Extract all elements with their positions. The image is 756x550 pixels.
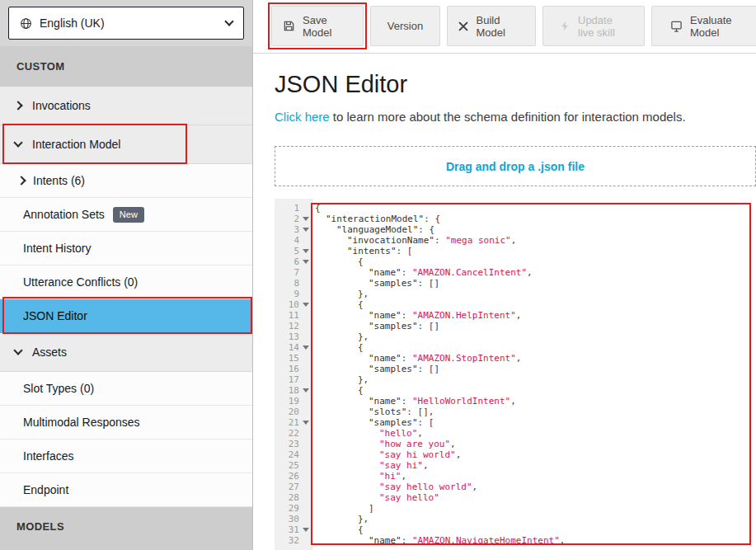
update-live-skill-button[interactable]: Update live skill xyxy=(542,6,645,46)
code-text: : xyxy=(401,535,412,546)
json-code-editor[interactable]: 1{2"interactionModel": {3"languageModel"… xyxy=(275,199,756,550)
line-number: 14 xyxy=(275,342,312,353)
sidebar-item-label: Endpoint xyxy=(23,483,68,496)
code-line: 12"samples": [] xyxy=(275,321,756,331)
globe-icon xyxy=(20,17,32,30)
sidebar-item-slot-types-0[interactable]: Slot Types (0) xyxy=(0,372,252,406)
fold-icon[interactable] xyxy=(303,303,309,307)
chevron-down-icon xyxy=(224,16,233,26)
code-line: 6{ xyxy=(275,256,756,267)
toolbar: Save ModelVersionBuild ModelUpdate live … xyxy=(253,0,756,54)
code-line: 22"hello", xyxy=(275,428,756,439)
line-number: 12 xyxy=(275,321,312,331)
sidebar-item-label: Invocations xyxy=(32,99,91,112)
line-number: 24 xyxy=(275,449,312,460)
button-label: Version xyxy=(387,20,423,32)
evaluate-icon xyxy=(670,20,683,32)
code-line: 4"invocationName": "mega sonic", xyxy=(275,235,756,246)
code-text: "name" xyxy=(369,353,401,364)
code-text: , xyxy=(456,449,462,460)
sidebar-item-invocations[interactable]: Invocations xyxy=(0,87,252,125)
chevron-down-icon xyxy=(13,346,22,355)
fold-icon[interactable] xyxy=(303,260,309,264)
code-string: "say hello world" xyxy=(379,482,472,492)
code-string: "hi" xyxy=(379,471,401,482)
line-number: 7 xyxy=(275,267,312,278)
code-text: , xyxy=(417,428,423,439)
button-label: Evaluate Model xyxy=(690,14,740,39)
sidebar-item-utterance-conflicts-0[interactable]: Utterance Conflicts (0) xyxy=(0,266,252,299)
code-text: : xyxy=(401,353,412,364)
save-icon xyxy=(283,20,295,32)
line-number: 11 xyxy=(275,310,312,321)
chevron-right-icon xyxy=(13,101,22,110)
code-line: 9}, xyxy=(275,289,756,299)
code-text: : [] xyxy=(418,321,440,331)
code-text: }, xyxy=(358,289,369,299)
fold-icon[interactable] xyxy=(303,528,309,532)
code-line: 26"hi", xyxy=(275,471,756,482)
line-number: 1 xyxy=(275,203,312,214)
new-badge: New xyxy=(113,207,144,223)
line-number: 31 xyxy=(275,524,312,535)
main-panel: Save ModelVersionBuild ModelUpdate live … xyxy=(253,0,756,550)
build-model-button[interactable]: Build Model xyxy=(447,6,536,46)
fold-icon[interactable] xyxy=(303,217,309,221)
code-text: "slots" xyxy=(369,407,406,417)
alexa-developer-console: English (UK) CUSTOMInvocationsInteractio… xyxy=(0,0,756,550)
code-line: 20"slots": [], xyxy=(275,407,756,417)
code-line: 31{ xyxy=(275,524,756,535)
fold-icon[interactable] xyxy=(303,228,309,232)
sidebar-item-endpoint[interactable]: Endpoint xyxy=(0,473,252,507)
code-line: 27"say hello world", xyxy=(275,482,756,492)
button-label: Build Model xyxy=(477,14,526,39)
sidebar-item-intents-6[interactable]: Intents (6) xyxy=(0,164,252,198)
language-label: English (UK) xyxy=(40,16,105,30)
json-dropzone[interactable]: Drag and drop a .json file xyxy=(275,146,756,186)
sidebar-item-label: CUSTOM xyxy=(16,60,65,73)
sidebar-item-label: Multimodal Responses xyxy=(23,416,140,429)
fold-icon[interactable] xyxy=(303,388,309,393)
code-text: : xyxy=(401,396,412,407)
sidebar-item-label: Utterance Conflicts (0) xyxy=(23,275,138,289)
code-text: , xyxy=(472,482,478,492)
button-label: Save Model xyxy=(303,14,352,39)
code-line: 25"say hi", xyxy=(275,460,756,471)
fold-icon[interactable] xyxy=(303,421,309,425)
line-number: 5 xyxy=(275,246,312,256)
dropzone-label: Drag and drop a .json file xyxy=(446,160,585,173)
sidebar-section-custom: CUSTOM xyxy=(0,46,252,87)
code-text: "invocationName" xyxy=(347,235,434,246)
code-line: 17}, xyxy=(275,374,756,385)
subtitle-text: to learn more about the schema definitio… xyxy=(330,110,686,124)
sidebar-item-interfaces[interactable]: Interfaces xyxy=(0,440,252,473)
code-string: "AMAZON.NavigateHomeIntent" xyxy=(412,535,560,546)
line-number: 6 xyxy=(275,256,312,267)
learn-more-link[interactable]: Click here xyxy=(275,110,330,124)
fold-icon[interactable] xyxy=(303,346,309,350)
page-title: JSON Editor xyxy=(275,70,756,98)
sidebar-item-multimodal-responses[interactable]: Multimodal Responses xyxy=(0,406,252,440)
line-number: 22 xyxy=(275,428,312,439)
code-line: 23"how are you", xyxy=(275,439,756,449)
sidebar-nav: CUSTOMInvocationsInteraction ModelIntent… xyxy=(0,46,252,550)
version-button[interactable]: Version xyxy=(370,6,440,46)
code-line: 14{ xyxy=(275,342,756,353)
save-model-button[interactable]: Save Model xyxy=(271,6,364,46)
code-string: "how are you" xyxy=(379,439,450,449)
fold-icon[interactable] xyxy=(303,249,309,253)
sidebar-item-interaction-model[interactable]: Interaction Model xyxy=(0,125,252,164)
line-number: 4 xyxy=(275,235,312,246)
sidebar-item-assets[interactable]: Assets xyxy=(0,333,252,372)
code-string: "AMAZON.CancelIntent" xyxy=(412,267,527,278)
code-text: , xyxy=(423,460,429,471)
sidebar-item-json-editor[interactable]: JSON Editor xyxy=(0,299,252,333)
sidebar-item-intent-history[interactable]: Intent History xyxy=(0,232,252,266)
evaluate-model-button[interactable]: Evaluate Model xyxy=(651,6,756,46)
line-number: 9 xyxy=(275,289,312,299)
code-text: "name" xyxy=(369,535,401,546)
code-text: , xyxy=(560,535,566,546)
language-selector[interactable]: English (UK) xyxy=(8,7,244,40)
code-text: : xyxy=(434,235,445,246)
sidebar-item-annotation-sets[interactable]: Annotation SetsNew xyxy=(0,198,252,232)
